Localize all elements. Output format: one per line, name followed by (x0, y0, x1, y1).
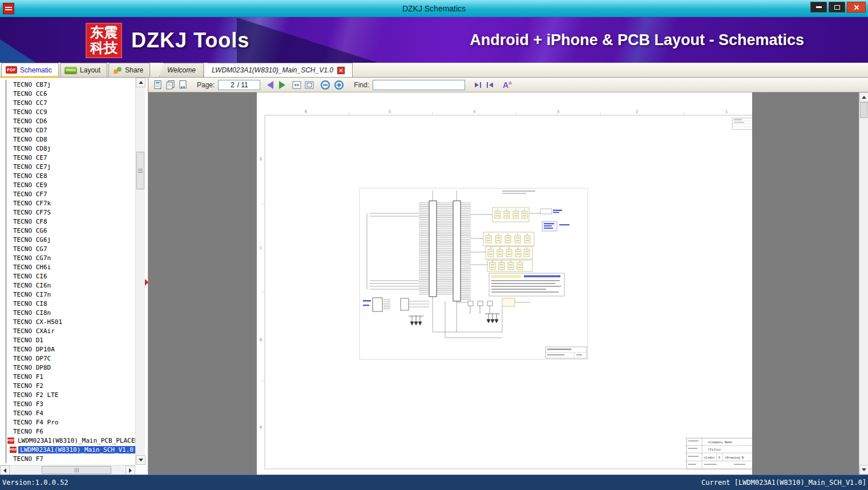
close-icon (854, 5, 859, 10)
find-previous-icon[interactable] (472, 79, 483, 90)
doc-tab-current-file[interactable]: LWDM023A1(W8310)_Main_SCH_V1.0 (204, 63, 353, 77)
scroll-up-button[interactable] (136, 78, 146, 87)
tree-item[interactable]: TECNO D1 (0, 335, 135, 345)
tree-item[interactable]: TECNO F6 (0, 427, 135, 436)
tab-layout[interactable]: PADS Layout (60, 63, 107, 77)
sidebar-horizontal-scrollbar[interactable] (0, 465, 135, 475)
zoom-out-button[interactable] (321, 80, 330, 90)
tree-item[interactable]: TECNO CI8 (0, 299, 135, 308)
tree-item[interactable]: TECNO CC6 (0, 89, 135, 98)
doc-tab-welcome[interactable]: Welcome (159, 63, 204, 77)
previous-page-button[interactable] (267, 81, 273, 89)
tab-label: Share (125, 66, 143, 74)
tree-item[interactable]: TECNO DP8D (0, 363, 135, 372)
tree-item[interactable]: TECNO CG6j (0, 235, 135, 244)
arrow-up-icon (139, 81, 143, 84)
scroll-right-button[interactable] (126, 465, 135, 475)
sidebar-collapse-handle[interactable] (145, 279, 148, 286)
tree-item[interactable]: TECNO F1 (0, 372, 135, 381)
tree-item[interactable]: TECNO CC9 (0, 107, 135, 116)
scroll-left-button[interactable] (0, 465, 10, 475)
tree-item[interactable]: TECNO CF7S (0, 208, 135, 217)
tree-item[interactable]: TECNO CD8 (0, 135, 135, 144)
text-size-icon[interactable]: Aa (503, 80, 511, 90)
tree-item[interactable]: TECNO F2 LTE (0, 390, 135, 399)
tree-item[interactable]: TECNO CI6n (0, 281, 135, 290)
tree-branch-line (6, 171, 10, 180)
arrow-right-icon (129, 468, 132, 473)
tree-branch-line (6, 436, 6, 445)
tree-item[interactable]: TECNO CI8n (0, 308, 135, 317)
continuous-view-icon[interactable] (177, 79, 188, 90)
tree-item-label: TECNO CX-H501 (11, 318, 64, 326)
tree-item[interactable]: TECNO F2 (0, 381, 135, 390)
tree-item[interactable]: TECNO DP10A (0, 345, 135, 354)
tree-item[interactable]: TECNO CB7j (0, 80, 135, 89)
tree-item[interactable]: TECNO CG6 (0, 226, 135, 235)
scroll-down-button[interactable] (859, 465, 868, 475)
close-tab-button[interactable] (337, 67, 345, 74)
tree-branch-line (6, 381, 10, 390)
scroll-down-button[interactable] (136, 455, 146, 465)
tree-branch-line (6, 281, 10, 290)
tree-item[interactable]: TECNO F4 Pro (0, 418, 135, 427)
tree-item[interactable]: TECNO CG7n (0, 253, 135, 262)
svg-text:6: 6 (305, 110, 307, 114)
tree-item[interactable]: TECNO DP7C (0, 354, 135, 363)
tree-item-label: TECNO CE9 (11, 181, 49, 189)
tree-item[interactable]: TECNO CF8 (0, 217, 135, 226)
scrollbar-thumb[interactable] (860, 102, 867, 118)
tree-item[interactable]: TECNO CH6i (0, 262, 135, 272)
tree-item[interactable]: TECNO F3 (0, 399, 135, 408)
doc-tab-label: LWDM023A1(W8310)_Main_SCH_V1.0 (212, 66, 333, 74)
tree-item[interactable]: TECNO CF7k (0, 199, 135, 208)
tree-item[interactable]: TECNO CF7 (0, 189, 135, 199)
scrollbar-thumb[interactable] (42, 466, 111, 474)
tab-share[interactable]: Share (108, 63, 150, 77)
tree-branch-line (6, 144, 10, 153)
fit-page-icon[interactable] (304, 79, 314, 90)
page-number-input[interactable]: 2 / 11 (218, 80, 260, 90)
maximize-button[interactable] (829, 2, 845, 13)
tab-schematic[interactable]: PDF Schematic (1, 63, 59, 78)
tree-item[interactable]: TECNO CE7 (0, 153, 135, 162)
minimize-button[interactable] (810, 2, 827, 13)
tree-item[interactable]: TECNO CI6 (0, 272, 135, 281)
tree-item[interactable]: TECNO CD8j (0, 144, 135, 153)
next-page-button[interactable] (279, 81, 285, 89)
tree-item[interactable]: TECNO CD7 (0, 125, 135, 135)
tree-item[interactable]: TECNO CC7 (0, 98, 135, 107)
tree-item-label: TECNO CD8 (11, 136, 49, 143)
scroll-up-button[interactable] (859, 92, 868, 102)
tree-branch-line (6, 262, 10, 272)
tree-item[interactable]: TECNO CG7 (0, 244, 135, 253)
tree-item-pdf[interactable]: PDFLWDM023A1(W8310)_Main_SCH_V1.0 (0, 445, 135, 454)
tree-item[interactable]: TECNO F7 (0, 454, 135, 463)
tree-item[interactable]: TECNO CE7j (0, 162, 135, 171)
tree-item[interactable]: TECNO CX-H501 (0, 317, 135, 326)
tree-item[interactable]: TECNO CI7n (0, 290, 135, 299)
tree-item[interactable]: TECNO CD6 (0, 116, 135, 125)
tree-item-label: TECNO F1 (11, 373, 45, 380)
facing-pages-view-icon[interactable] (165, 79, 176, 90)
tree-item[interactable]: TECNO CE9 (0, 180, 135, 189)
tree-branch-line (6, 308, 10, 317)
scrollbar-thumb[interactable] (136, 152, 144, 189)
svg-text:C: C (260, 246, 262, 250)
single-page-view-icon[interactable] (152, 79, 163, 90)
sidebar-vertical-scrollbar[interactable] (135, 78, 145, 465)
tree-item-pdf[interactable]: PDFLWDM023A1(W8310)_Main_PCB_PLACEMEN (0, 436, 135, 445)
tree-item[interactable]: TECNO F4 (0, 408, 135, 418)
tree-item[interactable]: TECNO CXAir (0, 326, 135, 335)
svg-text:3: 3 (557, 110, 559, 114)
fit-width-icon[interactable] (291, 79, 302, 90)
tree-branch-line (6, 208, 10, 217)
find-input[interactable] (373, 80, 465, 90)
zoom-in-button[interactable] (334, 80, 344, 90)
find-label: Find: (354, 81, 369, 89)
find-next-icon[interactable] (485, 79, 495, 90)
tree-item[interactable]: TECNO CE8 (0, 171, 135, 180)
document-vertical-scrollbar[interactable] (859, 92, 868, 475)
close-button[interactable] (847, 2, 866, 13)
sheet-title-block: <Company Name <Title> <Code> E <Drawing … (687, 438, 752, 469)
